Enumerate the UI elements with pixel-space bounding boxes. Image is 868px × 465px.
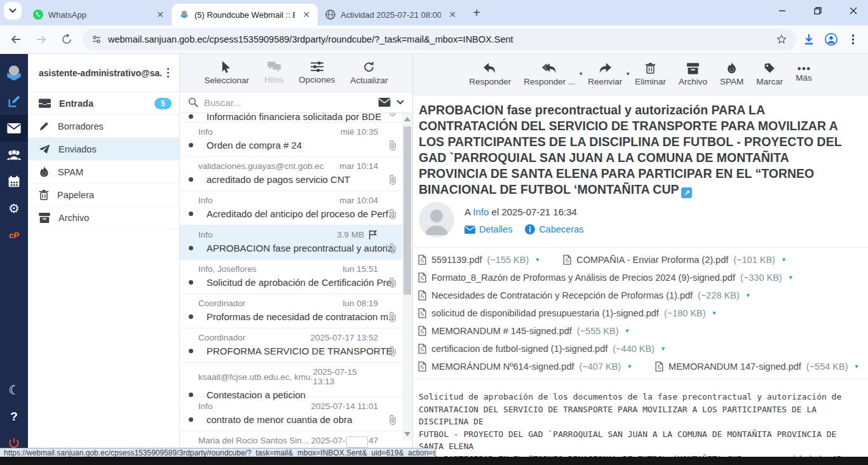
reply-button[interactable]: Responder bbox=[469, 63, 511, 86]
delete-button[interactable]: Eliminar bbox=[635, 62, 666, 86]
question-icon: ? bbox=[10, 410, 18, 424]
select-button[interactable]: Seleccionar bbox=[205, 61, 250, 85]
message-row[interactable]: Infomié 10:35 Orden de compra # 24 bbox=[180, 123, 402, 157]
threads-button[interactable]: Hilos bbox=[264, 61, 283, 84]
attachment-item[interactable]: Necesidades de Contratación y Recepción … bbox=[418, 290, 751, 300]
message-row[interactable]: Info2025-07-14 11:01 contrato de menor c… bbox=[180, 397, 402, 431]
attachment-item[interactable]: solicitud de disponibilidad presupuestar… bbox=[418, 308, 717, 318]
forward-button[interactable]: ▼ Reenviar bbox=[588, 63, 622, 86]
dropdown-caret-icon[interactable]: ▼ bbox=[578, 71, 583, 77]
tab-close-icon[interactable]: ✕ bbox=[154, 10, 166, 20]
message-subject: APROBACION fase precontractual y autoriz… bbox=[207, 243, 395, 253]
attachment-menu-caret[interactable]: ▼ bbox=[788, 274, 794, 281]
search-bar[interactable] bbox=[180, 92, 412, 113]
refresh-list-button[interactable]: Actualizar bbox=[350, 61, 388, 85]
attachment-name: certificacion de futbol-signed (1)-signe… bbox=[431, 344, 607, 354]
attachment-item[interactable]: COMPAÑIA - Enviar Proforma (2).pdf(~101 … bbox=[563, 255, 787, 265]
mark-label: Marcar bbox=[756, 77, 783, 86]
attachment-item[interactable]: 5591139.pdf(~155 KB)▼ bbox=[418, 255, 540, 265]
attachment-item[interactable]: MEMORANDUM 147-signed.pdf(~554 KB)▼ bbox=[655, 361, 859, 372]
forward-button[interactable] bbox=[32, 30, 51, 49]
folder-label: Papelera bbox=[57, 190, 172, 200]
attachment-menu-caret[interactable]: ▼ bbox=[781, 257, 787, 263]
account-menu-icon[interactable] bbox=[162, 65, 175, 81]
search-scope-mail-icon[interactable] bbox=[378, 98, 391, 107]
scroll-up-arrow[interactable] bbox=[404, 117, 410, 121]
message-date: 2025-07-17 13:52 bbox=[310, 333, 378, 342]
recipient-link[interactable]: Info bbox=[473, 206, 489, 217]
folder-borradores[interactable]: Borradores bbox=[28, 115, 179, 138]
attachment-menu-caret[interactable]: ▼ bbox=[625, 328, 630, 334]
folder-entrada[interactable]: Entrada 5 bbox=[28, 92, 179, 115]
page-jump-box[interactable] bbox=[346, 436, 368, 448]
dropdown-caret-icon[interactable]: ▼ bbox=[625, 71, 630, 77]
message-row[interactable]: Info, Josefloreslun 15:51 Solicitud de a… bbox=[180, 260, 402, 294]
attachment-menu-caret[interactable]: ▼ bbox=[712, 310, 717, 316]
options-button[interactable]: Opciones bbox=[299, 61, 335, 84]
tab-roundcube-active[interactable]: (5) Roundcube Webmail :: Envia ✕ bbox=[172, 4, 318, 25]
attachment-menu-caret[interactable]: ▼ bbox=[745, 292, 751, 299]
attachment-item[interactable]: certificacion de futbol-signed (1)-signe… bbox=[418, 344, 666, 354]
tab-whatsapp[interactable]: WhatsApp ✕ bbox=[25, 4, 172, 25]
tab-close-icon[interactable]: ✕ bbox=[446, 10, 459, 20]
profile-icon[interactable] bbox=[824, 32, 838, 46]
message-row[interactable]: Coordinador2025-07-17 13:52 PROFORMA SER… bbox=[180, 328, 402, 363]
headers-toggle[interactable]: Cabeceras bbox=[525, 224, 583, 234]
back-button[interactable] bbox=[6, 30, 25, 49]
calendar-nav-button[interactable] bbox=[0, 168, 28, 195]
external-link-icon[interactable]: ↗ bbox=[681, 187, 692, 198]
attachment-menu-caret[interactable]: ▼ bbox=[854, 363, 860, 370]
message-row[interactable]: validaciones.guayas@cnt.gob.ecmar 10:14 … bbox=[180, 157, 402, 191]
message-row[interactable]: ksaait@fcjse.utb.edu.ec, kmu...2025-07-1… bbox=[180, 363, 402, 397]
site-info-icon[interactable] bbox=[92, 34, 102, 44]
window-close-button[interactable] bbox=[844, 3, 863, 19]
search-input[interactable] bbox=[204, 97, 372, 108]
scroll-down-arrow[interactable] bbox=[404, 432, 410, 436]
settings-nav-button[interactable]: ⚙ bbox=[0, 195, 28, 222]
window-minimize-button[interactable] bbox=[773, 3, 792, 19]
scrollbar-thumb[interactable] bbox=[403, 126, 411, 295]
folder-spam[interactable]: SPAM bbox=[28, 161, 179, 184]
roundcube-logo bbox=[0, 58, 28, 88]
compose-button[interactable] bbox=[0, 88, 28, 115]
search-options-chevron-icon[interactable] bbox=[397, 100, 404, 105]
new-tab-button[interactable]: + bbox=[468, 4, 485, 22]
attachment-item[interactable]: MEMORÁNDUM Nº614-signed.pdf(~407 KB)▼ bbox=[418, 361, 632, 372]
spam-button[interactable]: SPAM bbox=[720, 62, 743, 86]
list-scrollbar[interactable] bbox=[402, 113, 412, 440]
account-header[interactable]: asistente-administrativo@sa... bbox=[28, 54, 179, 92]
tab-search-button[interactable] bbox=[4, 2, 22, 20]
bookmark-star-icon[interactable] bbox=[776, 34, 787, 45]
archive-button[interactable]: Archivo bbox=[679, 63, 707, 86]
details-toggle[interactable]: Detalles bbox=[465, 224, 512, 234]
mail-nav-button[interactable] bbox=[0, 115, 28, 142]
message-row[interactable]: Información financiera solicitada por BD… bbox=[180, 113, 402, 123]
address-bar[interactable]: webmail.sanjuan.gob.ec/cpsess1535909589/… bbox=[83, 29, 796, 50]
folder-enviados[interactable]: Enviados bbox=[28, 138, 179, 161]
message-row[interactable]: Infomar 10:04 Acreditado del anticipo de… bbox=[180, 191, 402, 226]
folder-archivo[interactable]: Archivo bbox=[28, 206, 179, 229]
url-text[interactable]: webmail.sanjuan.gob.ec/cpsess1535909589/… bbox=[108, 34, 770, 44]
tab-close-icon[interactable]: ✕ bbox=[300, 10, 313, 20]
window-restore-button[interactable] bbox=[808, 3, 827, 19]
dark-mode-toggle[interactable]: ☾ bbox=[0, 377, 28, 403]
more-button[interactable]: Más bbox=[796, 67, 812, 83]
attachment-item[interactable]: MEMORANDUM # 145-signed.pdf(~555 KB)▼ bbox=[418, 326, 630, 336]
cpanel-button[interactable]: cP bbox=[0, 222, 28, 248]
tab-actividad[interactable]: Actividad 2025-07-21 08:00:00 ✕ bbox=[318, 4, 464, 25]
refresh-button[interactable] bbox=[57, 30, 76, 49]
attachment-menu-caret[interactable]: ▼ bbox=[627, 363, 632, 370]
help-button[interactable]: ? bbox=[0, 403, 28, 430]
reply-all-button[interactable]: ▼ Responder ... bbox=[524, 63, 575, 86]
browser-menu-icon[interactable] bbox=[847, 32, 860, 47]
mark-button[interactable]: Marcar bbox=[756, 62, 783, 86]
attachment-item[interactable]: Formato_8_Razón de Proformas y Análisis … bbox=[418, 273, 794, 283]
message-row[interactable]: Coordinadorlun 08:19 Proformas de necesi… bbox=[180, 294, 402, 328]
downloads-icon[interactable] bbox=[803, 33, 815, 46]
message-row-selected[interactable]: Info3.9 MB APROBACION fase precontractua… bbox=[180, 226, 402, 260]
attachment-menu-caret[interactable]: ▼ bbox=[534, 257, 540, 263]
contacts-nav-button[interactable] bbox=[0, 142, 28, 168]
attachment-menu-caret[interactable]: ▼ bbox=[660, 346, 666, 352]
folder-papelera[interactable]: Papelera bbox=[28, 184, 179, 206]
attachment-icon bbox=[388, 140, 397, 151]
